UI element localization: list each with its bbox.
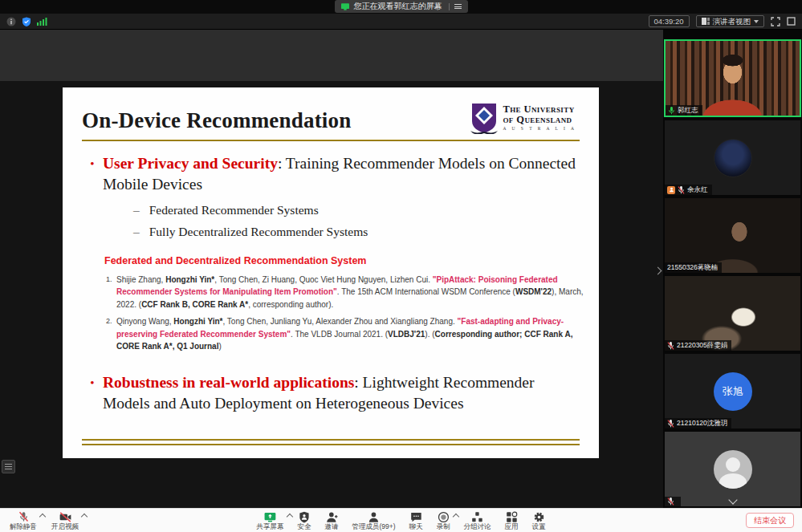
more-participants-button[interactable] [727,497,739,505]
subbullet-federated: – Federated Recommender Systems [133,203,580,217]
record-button[interactable]: 录制 [437,511,450,530]
start-video-button[interactable]: 开启视频 [51,511,79,530]
screen-watch-banner[interactable]: 您正在观看郭红志的屏幕 [335,0,468,13]
participant-tile[interactable]: 余永红 [665,120,800,195]
bullet-robustness: • Robustness in real-world applications:… [82,372,580,415]
screen-share-icon [341,3,349,10]
slide-header: On-Device Recommendation The University … [82,102,580,134]
dash-marker: – [133,203,140,217]
end-meeting-button[interactable]: 结束会议 [746,513,794,528]
meeting-window: 您正在观看郭红志的屏幕 04:39:20 [0,0,802,532]
network-signal-icon[interactable] [37,17,47,26]
bullet-marker: • [82,372,103,415]
start-video-label: 开启视频 [51,523,79,530]
participant-name-tag: 21210120沈雅玥 [665,418,731,428]
share-screen-icon [263,511,277,523]
apps-button[interactable]: 应用 [505,511,519,530]
logo-country: A U S T R A L I A [503,127,576,132]
participant-tile[interactable]: 张旭 21210120沈雅玥 [665,354,800,428]
chat-bubble-icon [410,511,422,523]
record-icon [438,511,450,523]
fullscreen-icon[interactable] [771,17,780,26]
subbullet-federated-text: Federated Recommender Systems [149,203,319,217]
toolbar-left-group: 解除静音 开启视频 [10,511,79,530]
participant-name: 21550326蒋晓楠 [667,263,718,272]
mic-muted-icon [667,342,674,350]
toolbar-center-group: 共享屏幕 安全 邀请 [256,511,545,530]
avatar [714,450,752,489]
breakout-rooms-label: 分组讨论 [464,523,491,530]
view-mode-caret-icon [754,20,759,23]
invite-button[interactable]: 邀请 [324,511,338,530]
reference-number: 2. [106,315,116,353]
apps-grid-icon [506,511,518,523]
participant-tile[interactable]: 21550326蒋晓楠 [665,198,800,273]
bullet-privacy: • User Privacy and Security: Training Re… [82,153,580,196]
university-logo: The University of Queensland A U S T R A… [470,102,576,134]
share-screen-label: 共享屏幕 [256,523,283,530]
watch-banner-text: 您正在观看郭红志的屏幕 [354,1,442,12]
breakout-rooms-icon [471,511,483,523]
security-button[interactable]: 安全 [297,511,311,530]
settings-button[interactable]: 设置 [532,511,546,530]
participants-sidebar: 郭红志 余永红 [663,30,802,508]
gear-icon [533,511,545,523]
manage-participants-button[interactable]: 管理成员(99+) [352,511,395,530]
view-mode-button[interactable]: 演讲者视图 [696,15,765,27]
topbar-right: 04:39:20 演讲者视图 [649,15,796,27]
title-underline [82,140,580,141]
section-heading: Federated and Decentralized Recommendati… [104,255,580,266]
subbullet-decentralized: – Fully Decentralized Recommender System… [133,225,580,239]
share-screen-button[interactable]: 共享屏幕 [256,511,283,530]
unmute-label: 解除静音 [10,523,37,530]
sidebar-collapse-button[interactable] [653,264,662,277]
participant-name: 21220305薛雯娟 [677,341,727,350]
invite-person-icon [325,511,337,523]
breakout-rooms-button[interactable]: 分组讨论 [464,511,491,530]
reference-item: 2. Qinyong Wang, Hongzhi Yin*, Tong Chen… [106,315,594,353]
record-options-chevron[interactable] [452,514,458,520]
uq-crest-icon [470,102,498,134]
participants-icon [368,511,380,523]
security-label: 安全 [297,523,311,530]
reference-item: 1. Shijie Zhang, Hongzhi Yin*, Tong Chen… [106,274,594,311]
participant-name-tag: 21220305薛雯娟 [665,340,731,351]
meeting-topbar: 04:39:20 演讲者视图 [0,14,802,30]
share-options-chevron[interactable] [286,514,292,520]
bullet-privacy-text: User Privacy and Security: Training Reco… [103,153,580,196]
unmute-button[interactable]: 解除静音 [10,511,37,530]
dash-marker: – [133,225,140,239]
avatar [714,139,752,177]
mic-muted-icon [667,420,674,428]
chat-button[interactable]: 聊天 [409,511,423,530]
banner-menu-icon[interactable] [454,4,462,9]
meeting-toolbar: 解除静音 开启视频 共享屏幕 [0,508,802,532]
bullet-marker: • [82,153,103,196]
participant-tile[interactable]: 21220305薛雯娟 [665,276,800,351]
avatar: 张旭 [714,372,752,411]
subbullet-decentralized-text: Fully Decentralized Recommender Systems [149,225,368,239]
participant-name: 郭红志 [678,106,698,115]
floating-toolbar-handle[interactable] [2,460,15,473]
bullet-privacy-lead: User Privacy and Security [103,155,278,172]
mic-options-chevron[interactable] [39,514,46,520]
chevron-down-icon [728,495,737,504]
banner-divider [449,3,450,10]
participant-tile-speaker[interactable]: 郭红志 [664,39,801,117]
logo-line-2: of Queensland [503,115,576,125]
reference-text: Qinyong Wang, Hongzhi Yin*, Tong Chen, J… [116,315,594,353]
window-mode-icon[interactable] [787,17,796,26]
mic-muted-icon [667,497,674,506]
participant-name-tag: 郭红志 [666,105,702,116]
encryption-shield-icon[interactable] [22,17,31,26]
participant-name-tag: 21550326蒋晓楠 [665,262,722,273]
shared-screen-stage: On-Device Recommendation The University … [0,30,663,508]
apps-label: 应用 [505,523,519,530]
info-icon[interactable] [6,17,16,26]
top-strip: 您正在观看郭红志的屏幕 [0,0,802,14]
reference-number: 1. [106,274,116,311]
record-label: 录制 [437,523,450,530]
presenter-desktop-band [0,30,663,81]
meeting-timer: 04:39:20 [649,15,690,27]
video-options-chevron[interactable] [81,514,88,520]
